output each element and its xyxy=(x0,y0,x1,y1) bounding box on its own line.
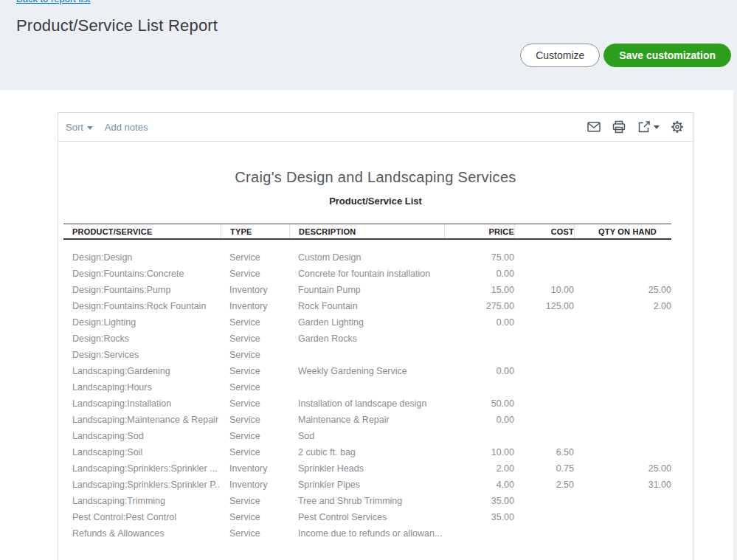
table-row: Landscaping:InstallationServiceInstallat… xyxy=(63,395,671,412)
table-cell: Landscaping:Soil xyxy=(63,447,221,457)
table-row: Design:Fountains:Rock FountainInventoryR… xyxy=(63,298,671,314)
table-cell: Landscaping:Hours xyxy=(63,382,221,393)
add-notes-link[interactable]: Add notes xyxy=(105,122,148,133)
table-cell: 50.00 xyxy=(444,398,514,409)
table-cell: Service xyxy=(221,528,289,539)
table-cell: Design:Fountains:Rock Fountain xyxy=(63,301,221,311)
column-header-type[interactable]: TYPE xyxy=(221,224,289,238)
table-cell: Service xyxy=(221,496,289,506)
sort-label: Sort xyxy=(66,122,83,133)
table-cell: Inventory xyxy=(221,463,289,474)
table-cell: Landscaping:Sod xyxy=(63,431,221,441)
table-cell: 0.00 xyxy=(444,317,514,328)
table-cell: 2 cubic ft. bag xyxy=(289,447,444,457)
report-subtitle: Product/Service List xyxy=(58,196,693,207)
table-body: Design:DesignServiceCustom Design75.00De… xyxy=(63,240,671,542)
table-cell: 125.00 xyxy=(514,301,574,311)
table-cell: Landscaping:Trimming xyxy=(63,496,221,506)
table-cell: Design:Lighting xyxy=(63,317,221,328)
table-cell: Design:Fountains:Pump xyxy=(63,285,221,295)
table-cell: Concrete for fountain installation xyxy=(289,269,444,279)
table-cell: Inventory xyxy=(221,301,289,311)
page-header-band: Back to report list Product/Service List… xyxy=(0,0,737,90)
table-cell: 6.50 xyxy=(514,447,574,457)
table-cell: Installation of landscape design xyxy=(289,398,444,409)
table-cell: 0.75 xyxy=(514,463,574,474)
report-body: Craig's Design and Landscaping Services … xyxy=(58,142,693,542)
table-cell: 0.00 xyxy=(444,415,514,425)
table-cell: 2.00 xyxy=(574,301,671,311)
table-cell: Weekly Gardening Service xyxy=(289,366,444,376)
table-cell: 10.00 xyxy=(444,447,514,457)
table-cell: Refunds & Allowances xyxy=(63,528,221,539)
table-cell: 35.00 xyxy=(444,496,514,506)
table-cell: Sprinkler Pipes xyxy=(289,480,444,490)
table-row: Landscaping:SodServiceSod xyxy=(63,428,671,444)
table-row: Landscaping:SoilService2 cubic ft. bag10… xyxy=(63,444,671,460)
sort-dropdown[interactable]: Sort xyxy=(66,122,93,133)
table-cell: 31.00 xyxy=(574,480,671,490)
export-icon xyxy=(637,120,651,134)
column-header-price[interactable]: PRICE xyxy=(444,224,514,238)
table-cell: Inventory xyxy=(221,480,289,490)
email-icon[interactable] xyxy=(587,120,601,134)
column-header-product-service[interactable]: PRODUCT/SERVICE xyxy=(63,224,221,238)
customize-button[interactable]: Customize xyxy=(520,44,600,67)
table-cell: 75.00 xyxy=(444,252,514,263)
table-row: Pest Control:Pest ControlServicePest Con… xyxy=(63,509,671,525)
table-row: Design:Fountains:PumpInventoryFountain P… xyxy=(63,282,671,298)
table-cell: 25.00 xyxy=(574,463,671,474)
column-header-qty-on-hand[interactable]: QTY ON HAND xyxy=(574,224,671,238)
print-icon[interactable] xyxy=(612,120,626,134)
report-company-name: Craig's Design and Landscaping Services xyxy=(58,169,693,186)
export-menu[interactable] xyxy=(637,120,660,134)
table-cell: Service xyxy=(221,447,289,457)
table-row: Landscaping:HoursService xyxy=(63,379,671,395)
table-row: Landscaping:Sprinklers:Sprinkler P...Inv… xyxy=(63,477,671,493)
table-cell: Maintenance & Repair xyxy=(289,415,444,425)
table-cell: Fountain Pump xyxy=(289,285,444,295)
table-cell: Landscaping:Sprinklers:Sprinkler ... xyxy=(63,463,221,474)
page-title: Product/Service List Report xyxy=(16,16,218,35)
table-cell: Landscaping:Maintenance & Repair xyxy=(63,415,221,425)
table-cell: 10.00 xyxy=(514,285,574,295)
report-card: Sort Add notes xyxy=(58,112,693,560)
table-cell: Service xyxy=(221,317,289,328)
table-cell: Rock Fountain xyxy=(289,301,444,311)
table-cell: Design:Fountains:Concrete xyxy=(63,269,221,279)
table-header: PRODUCT/SERVICE TYPE DESCRIPTION PRICE C… xyxy=(63,224,671,240)
chevron-down-icon xyxy=(654,125,660,129)
table-cell: Service xyxy=(221,398,289,409)
table-cell: 0.00 xyxy=(444,269,514,279)
toolbar-icons xyxy=(587,120,685,134)
table-row: Refunds & AllowancesServiceIncome due to… xyxy=(63,525,671,542)
table-row: Landscaping:Sprinklers:Sprinkler ...Inve… xyxy=(63,460,671,477)
chevron-down-icon xyxy=(87,126,93,130)
table-cell: 25.00 xyxy=(574,285,671,295)
table-cell: Sprinkler Heads xyxy=(289,463,444,474)
table-cell: 35.00 xyxy=(444,512,514,522)
table-cell: Garden Rocks xyxy=(289,333,444,344)
table-cell: Service xyxy=(221,252,289,263)
table-cell: Inventory xyxy=(221,285,289,295)
scrollbar-track[interactable] xyxy=(733,90,737,560)
table-cell: Pest Control:Pest Control xyxy=(63,512,221,522)
table-row: Landscaping:Maintenance & RepairServiceM… xyxy=(63,412,671,428)
table-cell: Garden Lighting xyxy=(289,317,444,328)
column-header-description[interactable]: DESCRIPTION xyxy=(289,224,444,238)
table-cell: 2.00 xyxy=(444,463,514,474)
table-row: Landscaping:GardeningServiceWeekly Garde… xyxy=(63,363,671,379)
table-cell: 2.50 xyxy=(514,480,574,490)
back-to-report-list-link[interactable]: Back to report list xyxy=(16,0,90,4)
table-cell: Tree and Shrub Trimming xyxy=(289,496,444,506)
column-header-cost[interactable]: COST xyxy=(514,224,574,238)
table-row: Landscaping:TrimmingServiceTree and Shru… xyxy=(63,493,671,509)
save-customization-button[interactable]: Save customization xyxy=(603,44,731,67)
table-cell: Sod xyxy=(289,431,444,441)
settings-gear-icon[interactable] xyxy=(670,120,685,134)
table-cell: Service xyxy=(221,269,289,279)
table-cell: Landscaping:Gardening xyxy=(63,366,221,376)
table-row: Design:DesignServiceCustom Design75.00 xyxy=(63,249,671,266)
table-cell: Design:Design xyxy=(63,252,221,263)
table-cell: 0.00 xyxy=(444,366,514,376)
